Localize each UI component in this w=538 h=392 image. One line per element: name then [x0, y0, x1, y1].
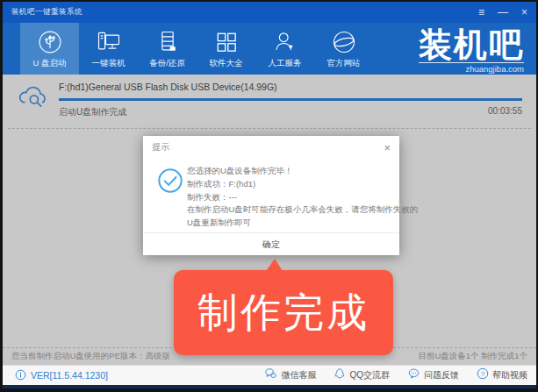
qq-icon	[334, 367, 346, 384]
dialog-line: 在制作启动U盘时可能存在极小几率会失败，请您将制作失败的	[187, 203, 389, 217]
nav-item-support[interactable]: 人工服务	[255, 23, 314, 75]
brand-logo-text: 装机吧	[419, 29, 524, 61]
server-icon	[154, 29, 181, 55]
footer-links: 微信客服 QQ交流群	[264, 367, 527, 384]
dialog-line: U盘重新制作即可	[187, 217, 389, 230]
main-nav: U 盘启动 一键装机	[3, 23, 536, 75]
computer-icon	[96, 29, 122, 55]
banner-pointer	[262, 259, 284, 274]
menu-icon[interactable]: ≡	[478, 7, 484, 18]
nav-item-one-click-install[interactable]: 一键装机	[79, 23, 138, 75]
nav-item-label: 官方网站	[327, 58, 361, 69]
info-icon	[15, 369, 26, 382]
minimize-icon[interactable]: —	[498, 7, 508, 18]
dialog-line: 制作成功：F:(hd1)	[187, 178, 389, 191]
footer-bar: VER[11.5.44.1230] 微信客服	[3, 365, 536, 385]
dialog-title: 提示	[152, 141, 169, 153]
nav-item-label: 人工服务	[269, 58, 302, 69]
app-window: 装机吧一键重装系统 ≡ — × U 盘启动	[3, 2, 536, 388]
window-bottom-edge	[3, 385, 536, 388]
grid-icon	[213, 29, 240, 55]
ok-button[interactable]: 确定	[247, 235, 296, 254]
version-text: VER[11.5.44.1230]	[31, 370, 108, 381]
feedback-link[interactable]: 问题反馈	[407, 367, 459, 384]
footer-link-label: 帮助视频	[492, 369, 527, 381]
feedback-icon	[407, 367, 420, 383]
svg-text:?: ?	[481, 370, 484, 378]
footer-link-label: 问题反馈	[424, 369, 459, 381]
dialog-close-icon[interactable]: ×	[384, 142, 391, 153]
qq-group-link[interactable]: QQ交流群	[334, 367, 390, 384]
help-video-link[interactable]: ? 帮助视频	[477, 367, 527, 384]
wechat-icon	[264, 367, 277, 383]
dialog-line: 您选择的U盘设备制作完毕！	[187, 165, 389, 178]
help-icon: ?	[477, 367, 489, 383]
nav-item-official-site[interactable]: 官方网站	[314, 23, 373, 75]
brand-logo: 装机吧 zhuangjiba.com	[419, 29, 524, 74]
success-check-icon	[157, 167, 183, 197]
dialog-line: 制作失败：---	[187, 191, 389, 204]
window-controls: ≡ — ×	[478, 7, 527, 18]
completion-banner: 制作完成	[174, 270, 393, 355]
version-info[interactable]: VER[11.5.44.1230]	[15, 369, 108, 382]
banner-text: 制作完成	[197, 286, 369, 340]
window-title: 装机吧一键重装系统	[11, 7, 82, 18]
nav-item-label: 一键装机	[92, 58, 126, 69]
person-icon	[272, 29, 298, 55]
footer-link-label: QQ交流群	[349, 369, 390, 381]
close-icon[interactable]: ×	[521, 7, 527, 18]
titlebar: 装机吧一键重装系统 ≡ — ×	[3, 2, 536, 23]
brand-logo-domain: zhuangjiba.com	[419, 62, 524, 74]
nav-item-backup-restore[interactable]: 备份/还原	[138, 23, 197, 75]
usb-icon	[37, 29, 63, 55]
desktop-background: 装机吧一键重装系统 ≡ — × U 盘启动	[0, 0, 538, 392]
nav-item-label: 备份/还原	[149, 58, 185, 69]
dialog-message: 您选择的U盘设备制作完毕！ 制作成功：F:(hd1) 制作失败：--- 在制作启…	[187, 165, 389, 230]
nav-item-label: U 盘启动	[33, 58, 67, 69]
globe-icon	[331, 29, 357, 55]
footer-link-label: 微信客服	[281, 369, 316, 381]
dialog-footer: 确定	[143, 232, 399, 255]
wechat-support-link[interactable]: 微信客服	[264, 367, 316, 384]
nav-item-usb-boot[interactable]: U 盘启动	[20, 23, 79, 75]
dialog-header: 提示 ×	[143, 136, 399, 159]
prompt-dialog: 提示 × 您选择的U盘设备制作完毕！ 制作成功：F:(hd1) 制作失败：---…	[143, 136, 399, 255]
nav-item-software[interactable]: 软件大全	[197, 23, 255, 75]
nav-item-label: 软件大全	[210, 58, 243, 69]
